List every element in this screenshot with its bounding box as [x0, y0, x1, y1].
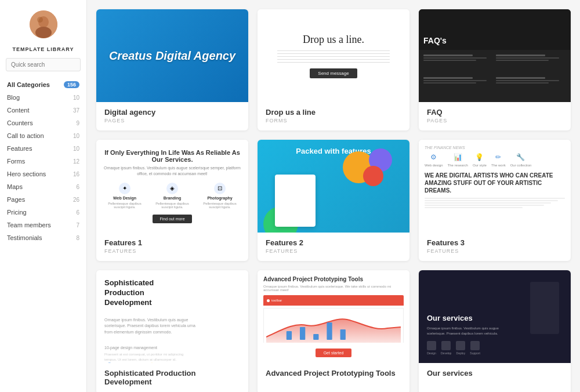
hero-count: 16 — [73, 171, 79, 177]
card-title-features2: Features 2 — [266, 238, 401, 247]
card-title-features3: Features 3 — [427, 238, 563, 247]
sidebar-item-label: Hero sections — [7, 170, 46, 177]
maps-count: 6 — [76, 184, 79, 190]
sidebar-title: TEMPLATE LIBRARY — [0, 44, 86, 58]
card-info-sophisticated: Sophisticated Production Development — [96, 363, 248, 392]
card-preview-faq: FAQ's — [419, 9, 571, 102]
card-preview-services: Our services Ornaque ipsum finibus. Vest… — [419, 270, 571, 363]
sidebar-item-features[interactable]: Features 10 — [0, 142, 86, 155]
card-features2[interactable]: Packed with features Features 2 FEATURES — [258, 140, 409, 261]
card-features1[interactable]: If Only Everything In Life Was As Reliab… — [96, 140, 248, 261]
sidebar-item-counters[interactable]: Counters 9 — [0, 117, 86, 129]
adv-title: Advanced Project Prototyping Tools — [263, 276, 404, 282]
avatar — [30, 10, 57, 38]
card-digital-agency[interactable]: Creatus Digital Agency Digital agency PA… — [96, 9, 248, 130]
card-type-faq: PAGES — [427, 118, 563, 124]
card-advanced[interactable]: Advanced Project Prototyping Tools Ornaq… — [258, 270, 409, 392]
f2-circle-red — [363, 166, 383, 186]
sidebar-item-forms[interactable]: Forms 12 — [0, 155, 86, 168]
content-count: 37 — [73, 107, 79, 114]
services-person-silhouette — [530, 282, 559, 334]
svg-point-3 — [37, 17, 43, 23]
card-info-advanced: Advanced Project Prototyping Tools — [258, 363, 409, 386]
card-title-sophisticated: Sophisticated Production Development — [104, 369, 240, 386]
sidebar-item-content[interactable]: Content 37 — [0, 104, 86, 117]
sidebar-item-label: Blog — [7, 94, 20, 101]
sidebar-item-pages[interactable]: Pages 26 — [0, 193, 86, 206]
card-title-services: Our services — [427, 369, 563, 378]
f3-icon5: 🔧 — [516, 153, 525, 162]
card-sophisticated[interactable]: Sophisticated Production Development Orn… — [96, 270, 248, 392]
card-services[interactable]: Our services Ornaque ipsum finibus. Vest… — [419, 270, 571, 392]
card-drop-us-line[interactable]: Drop us a line. Send message Drop us a l… — [258, 9, 409, 130]
card-faq[interactable]: FAQ's FAQ PAGES — [419, 9, 571, 130]
template-grid: Creatus Digital Agency Digital agency PA… — [96, 9, 571, 392]
sidebar-item-hero-sections[interactable]: Hero sections 16 — [0, 168, 86, 180]
sidebar-item-pricing[interactable]: Pricing 6 — [0, 206, 86, 219]
svg-rect-5 — [300, 327, 305, 340]
sidebar: TEMPLATE LIBRARY All Categories 156 Blog… — [0, 0, 87, 392]
sidebar-item-label: Pages — [7, 196, 25, 203]
card-preview-features2: Packed with features — [258, 140, 409, 233]
soph-icons: 👤 Customer Investment ⚡ Interactive feed… — [104, 362, 240, 363]
card-type-features2: FEATURES — [266, 248, 401, 254]
card-type-features3: FEATURES — [427, 248, 563, 254]
f1-preview-title: If Only Everything In Life Was As Reliab… — [103, 149, 241, 163]
card-info-features1: Features 1 FEATURES — [96, 233, 248, 261]
card-title-drop-us: Drop us a line — [266, 108, 401, 117]
card-preview-sophisticated: Sophisticated Production Development Orn… — [96, 270, 248, 363]
search-input[interactable] — [6, 58, 81, 71]
card-info-digital-agency: Digital agency PAGES — [96, 102, 248, 130]
f3-icons-row: ⚙Web design 📊The research 💡Our style ✏Th… — [425, 153, 565, 167]
svg-rect-4 — [287, 331, 292, 340]
team-count: 7 — [76, 222, 79, 228]
sidebar-item-blog[interactable]: Blog 10 — [0, 91, 86, 104]
sidebar-item-maps[interactable]: Maps 6 — [0, 180, 86, 193]
sidebar-item-label: Content — [7, 107, 30, 114]
adv-sub: Ornaque ipsum finibus. Vestibulum quis s… — [263, 285, 404, 292]
webdesign-icon: ✦ — [119, 183, 130, 194]
cta-count: 10 — [73, 133, 79, 139]
card-title-features1: Features 1 — [104, 238, 240, 247]
sidebar-item-label: Counters — [7, 119, 33, 126]
counters-count: 9 — [76, 120, 79, 126]
avatar-container — [0, 0, 86, 44]
f1-col-branding: ◈ Branding Pellentesque dapibus suscipit… — [151, 183, 194, 209]
card-preview-features1: If Only Everything In Life Was As Reliab… — [96, 140, 248, 233]
sidebar-item-all-categories[interactable]: All Categories 156 — [0, 78, 86, 91]
soph-icon-interactive: ⚡ — [144, 362, 155, 363]
f1-col-webdesign: ✦ Web Design Pellentesque dapibus suscip… — [103, 183, 146, 209]
sidebar-item-testimonials[interactable]: Testimonials 8 — [0, 231, 86, 244]
f3-top-label: THE FINANCE NEWS — [425, 146, 565, 150]
card-type-drop-us: FORMS — [266, 118, 401, 124]
card-info-drop-us: Drop us a line FORMS — [258, 102, 409, 130]
sidebar-item-call-to-action[interactable]: Call to action 10 — [0, 129, 86, 142]
f3-icon2: 📊 — [453, 153, 462, 162]
card-preview-advanced: Advanced Project Prototyping Tools Ornaq… — [258, 270, 409, 363]
forms-count: 12 — [73, 158, 79, 165]
card-preview-features3: THE FINANCE NEWS ⚙Web design 📊The resear… — [419, 140, 571, 233]
card-info-features3: Features 3 FEATURES — [419, 233, 571, 261]
card-title-advanced: Advanced Project Prototyping Tools — [266, 369, 401, 378]
f3-icon3: 💡 — [475, 153, 484, 162]
card-type-digital-agency: PAGES — [104, 118, 240, 124]
dul-form-lines — [277, 50, 390, 63]
da-preview-text: Creatus Digital Agency — [103, 42, 241, 69]
card-features3[interactable]: THE FINANCE NEWS ⚙Web design 📊The resear… — [419, 140, 571, 261]
pricing-count: 6 — [76, 209, 79, 216]
sidebar-item-team-members[interactable]: Team members 7 — [0, 219, 86, 231]
dul-preview-btn: Send message — [310, 68, 357, 78]
features-count: 10 — [73, 146, 79, 152]
sidebar-item-label: Testimonials — [7, 234, 42, 241]
sidebar-item-label: Forms — [7, 158, 25, 165]
blog-count: 10 — [73, 95, 79, 101]
card-preview-digital-agency: Creatus Digital Agency — [96, 9, 248, 102]
faq-preview-title: FAQ's — [423, 36, 447, 45]
sidebar-item-label: Features — [7, 145, 32, 152]
f3-headline: WE ARE DIGITAL ARTISTS WHO CAN CREATE AM… — [425, 172, 565, 194]
faq-preview-top: FAQ's — [419, 9, 571, 50]
card-info-services: Our services — [419, 363, 571, 386]
f3-text-lines — [425, 198, 565, 208]
f1-preview-btn: Find out more — [153, 215, 191, 223]
photography-icon: ⊡ — [214, 183, 226, 194]
